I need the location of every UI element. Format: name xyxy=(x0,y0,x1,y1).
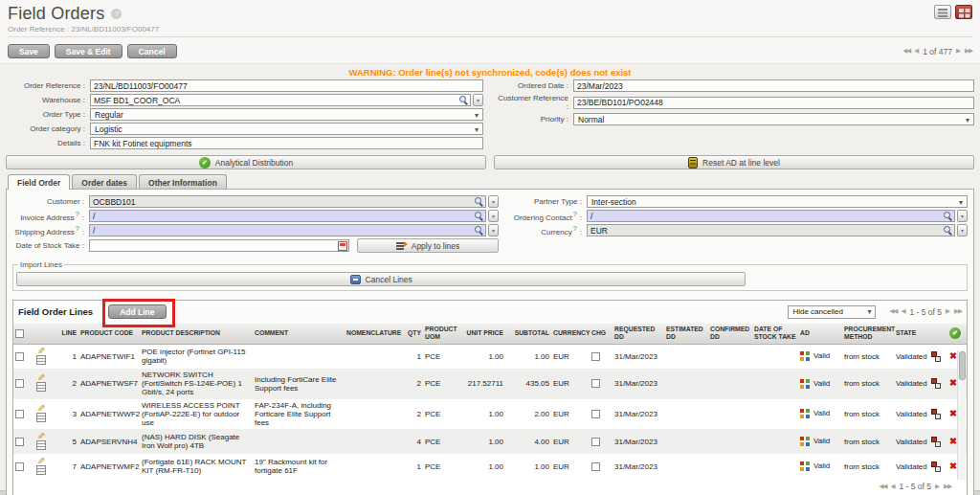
analytic-distribution-icon[interactable] xyxy=(800,461,810,471)
save-button[interactable]: Save xyxy=(8,44,50,58)
help-icon[interactable]: ? xyxy=(573,211,577,217)
next-page-icon[interactable] xyxy=(946,308,950,315)
delete-line-icon[interactable] xyxy=(949,408,957,418)
open-form-icon[interactable] xyxy=(36,465,46,475)
search-icon[interactable] xyxy=(944,226,952,235)
search-icon[interactable] xyxy=(459,96,468,104)
list-view-icon[interactable] xyxy=(934,5,951,19)
previous-record-icon[interactable] xyxy=(914,48,919,55)
table-row[interactable]: 1 ADAPNETWIF1 POE injector (Fortinet GPI… xyxy=(13,344,967,369)
header-chg[interactable]: CHG xyxy=(590,324,612,344)
search-icon[interactable] xyxy=(944,212,952,220)
header-product-uom[interactable]: PRODUCT UOM xyxy=(423,324,457,344)
line-state-icon[interactable] xyxy=(931,437,941,447)
first-page-icon[interactable] xyxy=(889,308,897,315)
shipping-address-input[interactable] xyxy=(89,224,486,236)
search-icon[interactable] xyxy=(475,212,483,220)
edit-pencil-icon[interactable] xyxy=(33,373,50,382)
tab-order-dates[interactable]: Order dates xyxy=(72,174,137,190)
save-edit-button[interactable]: Save & Edit xyxy=(55,44,122,58)
open-form-icon[interactable] xyxy=(36,355,46,365)
chg-checkbox[interactable] xyxy=(591,438,600,446)
warehouse-dropdown-button[interactable] xyxy=(473,94,483,106)
table-row[interactable]: 3 ADAPNETWWF2 WIRELESS ACCESS POINT (For… xyxy=(13,399,967,430)
table-row[interactable]: 5 ADAPSERVNH4 (NAS) HARD DISK (Seagate I… xyxy=(13,429,967,454)
line-state-icon[interactable] xyxy=(931,409,941,419)
open-form-icon[interactable] xyxy=(36,382,46,392)
table-row[interactable]: 2 ADAPNETWSF7 NETWORK SWITCH (FortiSwitc… xyxy=(13,369,967,399)
currency-input[interactable] xyxy=(587,224,955,236)
line-state-icon[interactable] xyxy=(931,461,941,472)
shipping-address-dropdown-button[interactable] xyxy=(488,224,499,236)
partner-type-select[interactable]: Inter-section xyxy=(587,195,968,208)
details-input[interactable] xyxy=(90,137,483,149)
delete-line-icon[interactable] xyxy=(949,461,957,471)
select-all-checkbox[interactable] xyxy=(15,329,24,338)
header-product-description[interactable]: PRODUCT DESCRIPTION xyxy=(140,324,253,344)
open-form-icon[interactable] xyxy=(36,440,46,450)
analytical-distribution-button[interactable]: Analytical Distribution xyxy=(6,155,486,169)
previous-page-icon[interactable] xyxy=(901,308,905,315)
search-icon[interactable] xyxy=(475,197,483,206)
edit-pencil-icon[interactable] xyxy=(33,404,50,413)
cancel-lines-button[interactable]: Cancel Lines xyxy=(16,272,746,286)
header-subtotal[interactable]: SUBTOTAL xyxy=(505,324,551,344)
chg-checkbox[interactable] xyxy=(591,462,600,471)
row-checkbox[interactable] xyxy=(15,379,24,388)
analytic-distribution-icon[interactable] xyxy=(800,351,810,361)
invoice-address-input[interactable] xyxy=(89,210,486,222)
date-of-stock-take-input[interactable] xyxy=(89,239,349,252)
analytic-distribution-icon[interactable] xyxy=(800,379,810,389)
apply-to-lines-button[interactable]: Apply to lines xyxy=(357,238,499,253)
line-state-icon[interactable] xyxy=(931,351,941,362)
edit-pencil-icon[interactable] xyxy=(33,347,50,355)
ordered-date-input[interactable] xyxy=(573,79,974,92)
add-line-button[interactable]: Add Line xyxy=(108,304,166,319)
tab-field-order[interactable]: Field Order xyxy=(8,174,70,190)
cancel-button[interactable]: Cancel xyxy=(127,44,177,58)
delete-line-icon[interactable] xyxy=(949,436,957,446)
currency-dropdown-button[interactable] xyxy=(957,224,968,236)
help-icon[interactable]: ? xyxy=(573,225,577,232)
open-form-icon[interactable] xyxy=(36,413,46,422)
scrollbar-thumb[interactable] xyxy=(959,351,966,380)
ordering-contact-dropdown-button[interactable] xyxy=(957,210,968,222)
analytic-distribution-icon[interactable] xyxy=(800,409,810,418)
header-state[interactable]: STATE xyxy=(894,324,947,344)
table-scrollbar[interactable] xyxy=(957,350,966,480)
next-page-icon[interactable] xyxy=(935,484,940,490)
last-page-icon[interactable] xyxy=(944,484,951,490)
hide-cancelled-select[interactable]: Hide cancelled xyxy=(788,305,876,319)
row-checkbox[interactable] xyxy=(15,438,24,446)
header-currency[interactable]: CURRENCY xyxy=(551,324,590,344)
search-icon[interactable] xyxy=(475,226,483,235)
customer-reference-input[interactable] xyxy=(573,97,974,109)
priority-select[interactable]: Normal xyxy=(573,113,974,125)
header-requested-dd[interactable]: REQUESTED DD xyxy=(612,324,664,344)
chg-checkbox[interactable] xyxy=(591,410,600,418)
last-record-icon[interactable] xyxy=(965,48,972,55)
header-qty[interactable]: QTY xyxy=(398,324,423,344)
ordering-contact-input[interactable] xyxy=(587,210,955,222)
delete-line-icon[interactable] xyxy=(949,350,957,361)
customer-dropdown-button[interactable] xyxy=(488,195,499,208)
delete-line-icon[interactable] xyxy=(949,377,957,388)
header-date-of-stock-take[interactable]: DATE OF STOCK TAKE xyxy=(752,324,798,344)
edit-pencil-icon[interactable] xyxy=(33,457,50,465)
tab-other-information[interactable]: Other Information xyxy=(139,174,227,190)
calendar-icon[interactable] xyxy=(338,241,347,251)
first-page-icon[interactable] xyxy=(879,484,886,490)
first-record-icon[interactable] xyxy=(902,48,910,55)
header-procurement-method[interactable]: PROCUREMENT METHOD xyxy=(842,324,894,344)
help-icon[interactable]: ? xyxy=(76,211,79,217)
previous-page-icon[interactable] xyxy=(890,484,895,490)
customer-input[interactable] xyxy=(89,195,486,208)
row-checkbox[interactable] xyxy=(15,352,24,361)
edit-pencil-icon[interactable] xyxy=(33,432,50,440)
header-comment[interactable]: COMMENT xyxy=(253,324,345,344)
header-nomenclature[interactable]: NOMENCLATURE xyxy=(345,324,398,344)
table-row[interactable]: 7 ADAPNETWMF2 (Fortigate 61E) RACK MOUNT… xyxy=(13,454,967,479)
header-confirmed-dd[interactable]: CONFIRMED DD xyxy=(708,324,752,344)
analytic-distribution-icon[interactable] xyxy=(800,437,810,446)
invoice-address-dropdown-button[interactable] xyxy=(488,210,499,222)
